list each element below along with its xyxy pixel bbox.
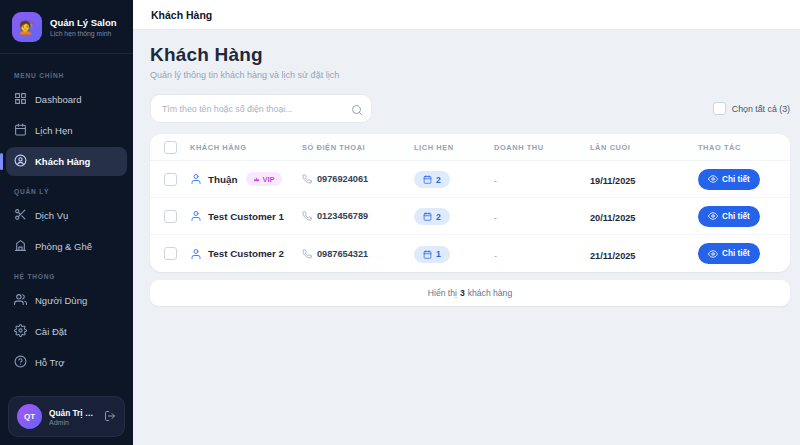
eye-icon bbox=[708, 211, 718, 221]
col-header-customer: KHÁCH HÀNG bbox=[190, 143, 302, 152]
crown-icon bbox=[253, 176, 260, 183]
gear-icon bbox=[14, 324, 27, 339]
col-header-revenue: DOANH THU bbox=[494, 143, 590, 152]
brand-title: Quản Lý Salon bbox=[50, 17, 117, 28]
revenue-value: - bbox=[494, 213, 497, 223]
sidebar-item-rooms[interactable]: Phòng & Ghế bbox=[6, 232, 127, 261]
sidebar-item-label: Lịch Hẹn bbox=[35, 125, 73, 136]
sidebar-item-settings[interactable]: Cài Đặt bbox=[6, 317, 127, 346]
table-row: Thuận VIP 0976924061 2 - 19/11/2025 Chi … bbox=[150, 161, 790, 198]
sidebar-nav: MENU CHÍNH Dashboard Lịch Hẹn Khách Hàng… bbox=[0, 54, 133, 388]
user-meta: Quản Trị Viê... Admin bbox=[49, 408, 97, 426]
calendar-icon bbox=[423, 250, 432, 259]
col-header-last-visit: LẦN CUỐI bbox=[590, 143, 698, 152]
logout-icon[interactable] bbox=[104, 408, 116, 426]
last-visit-date: 20/11/2025 bbox=[590, 213, 635, 223]
sidebar-item-customers[interactable]: Khách Hàng bbox=[6, 147, 127, 176]
topbar-title: Khách Hàng bbox=[151, 9, 212, 21]
page-subtitle: Quản lý thông tin khách hàng và lịch sử … bbox=[150, 70, 790, 80]
sidebar-item-dashboard[interactable]: Dashboard bbox=[6, 85, 127, 114]
revenue-value: - bbox=[494, 251, 497, 261]
user-name: Quản Trị Viê... bbox=[49, 408, 97, 418]
user-circle-icon bbox=[14, 154, 27, 169]
eye-icon bbox=[708, 174, 718, 184]
nav-section-manage: QUẢN LÝ bbox=[14, 188, 119, 195]
toolbar: Chọn tất cả (3) bbox=[150, 94, 790, 123]
page-title: Khách Hàng bbox=[150, 44, 790, 66]
search-box bbox=[150, 94, 372, 123]
footer-suffix: khách hàng bbox=[468, 288, 512, 298]
avatar: QT bbox=[17, 404, 42, 429]
header-checkbox[interactable] bbox=[164, 141, 177, 154]
grid-icon bbox=[14, 92, 27, 107]
brand-subtitle: Lịch hẹn thông minh bbox=[50, 30, 117, 37]
select-all-checkbox[interactable] bbox=[713, 102, 726, 115]
sidebar-item-label: Khách Hàng bbox=[35, 156, 90, 167]
eye-icon bbox=[708, 249, 718, 259]
table-row: Test Customer 2 0987654321 1 - 21/11/202… bbox=[150, 235, 790, 272]
topbar: Khách Hàng bbox=[133, 0, 800, 30]
sidebar-item-users[interactable]: Người Dùng bbox=[6, 286, 127, 315]
app-root: 💇 Quản Lý Salon Lịch hẹn thông minh MENU… bbox=[0, 0, 800, 445]
appointments-badge: 2 bbox=[414, 171, 450, 188]
calendar-icon bbox=[423, 212, 432, 221]
detail-button[interactable]: Chi tiết bbox=[698, 243, 760, 264]
appointments-badge: 1 bbox=[414, 246, 450, 263]
col-header-actions: THAO TÁC bbox=[698, 143, 776, 152]
footer-prefix: Hiển thị bbox=[428, 288, 457, 298]
help-circle-icon bbox=[14, 355, 27, 370]
scissors-icon bbox=[14, 208, 27, 223]
person-icon bbox=[190, 248, 202, 260]
row-checkbox[interactable] bbox=[164, 247, 177, 260]
brand-header: 💇 Quản Lý Salon Lịch hẹn thông minh bbox=[0, 0, 133, 54]
user-role: Admin bbox=[49, 419, 97, 426]
sidebar-item-label: Dịch Vụ bbox=[35, 210, 68, 221]
brand-text: Quản Lý Salon Lịch hẹn thông minh bbox=[50, 17, 117, 37]
col-header-appointments: LỊCH HẸN bbox=[414, 143, 494, 152]
footer-count: 3 bbox=[460, 288, 465, 298]
sidebar: 💇 Quản Lý Salon Lịch hẹn thông minh MENU… bbox=[0, 0, 133, 445]
customer-name: Test Customer 1 bbox=[208, 211, 284, 222]
search-icon bbox=[351, 102, 363, 120]
row-checkbox[interactable] bbox=[164, 210, 177, 223]
users-icon bbox=[14, 293, 27, 308]
appointments-badge: 2 bbox=[414, 208, 450, 225]
nav-section-system: HỆ THỐNG bbox=[14, 273, 119, 280]
calendar-icon bbox=[14, 123, 27, 138]
sidebar-item-label: Cài Đặt bbox=[35, 326, 67, 337]
phone-icon bbox=[302, 170, 312, 188]
detail-button[interactable]: Chi tiết bbox=[698, 206, 760, 227]
person-icon bbox=[190, 173, 202, 185]
sidebar-item-label: Phòng & Ghế bbox=[35, 241, 92, 252]
sidebar-item-label: Dashboard bbox=[35, 94, 81, 105]
row-checkbox[interactable] bbox=[164, 173, 177, 186]
person-icon bbox=[190, 210, 202, 222]
phone-icon bbox=[302, 245, 312, 263]
vip-badge: VIP bbox=[246, 172, 281, 186]
table-footer: Hiển thị 3 khách hàng bbox=[150, 280, 790, 306]
sidebar-item-label: Hỗ Trợ bbox=[35, 357, 64, 368]
last-visit-date: 19/11/2025 bbox=[590, 176, 635, 186]
customer-phone: 0123456789 bbox=[317, 211, 368, 221]
sidebar-item-services[interactable]: Dịch Vụ bbox=[6, 201, 127, 230]
detail-button[interactable]: Chi tiết bbox=[698, 169, 760, 190]
customer-phone: 0987654321 bbox=[317, 249, 368, 259]
customers-table: KHÁCH HÀNG SỐ ĐIỆN THOẠI LỊCH HẸN DOANH … bbox=[150, 134, 790, 272]
sidebar-item-support[interactable]: Hỗ Trợ bbox=[6, 348, 127, 377]
select-all: Chọn tất cả (3) bbox=[713, 102, 790, 115]
building-icon bbox=[14, 239, 27, 254]
col-header-phone: SỐ ĐIỆN THOẠI bbox=[302, 143, 414, 152]
user-profile-card[interactable]: QT Quản Trị Viê... Admin bbox=[8, 396, 125, 437]
calendar-icon bbox=[423, 175, 432, 184]
revenue-value: - bbox=[494, 176, 497, 186]
search-input[interactable] bbox=[150, 94, 372, 123]
customer-phone: 0976924061 bbox=[317, 174, 368, 184]
salon-logo-icon: 💇 bbox=[12, 12, 42, 42]
customer-name: Test Customer 2 bbox=[208, 248, 284, 259]
last-visit-date: 21/11/2025 bbox=[590, 251, 635, 261]
phone-icon bbox=[302, 207, 312, 225]
content: Khách Hàng Quản lý thông tin khách hàng … bbox=[133, 30, 800, 306]
table-row: Test Customer 1 0123456789 2 - 20/11/202… bbox=[150, 198, 790, 235]
sidebar-item-appointments[interactable]: Lịch Hẹn bbox=[6, 116, 127, 145]
sidebar-item-label: Người Dùng bbox=[35, 295, 87, 306]
